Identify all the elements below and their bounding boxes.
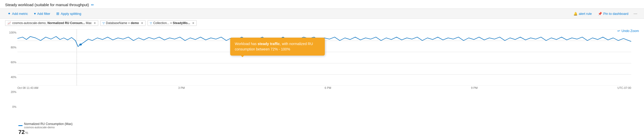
page-title: Steady workload (suitable for manual thr… — [5, 3, 89, 7]
filters-bar: 📈 cosmos-autoscale-demo, Normalized RU C… — [0, 19, 644, 27]
y-label-100: 100% — [5, 31, 16, 34]
tooltip-bubble: Workload has steady traffic, with normal… — [230, 38, 325, 56]
legend-metric-name: Normalized RU Consumption (Max) cosmos-a… — [24, 122, 72, 129]
add-metric-label: Add metric — [12, 12, 28, 16]
add-filter-icon: ▾ — [34, 12, 36, 16]
alert-rule-label: alert rule — [579, 12, 592, 16]
x-label-start: Oct 08 11:43 AM — [17, 86, 38, 89]
legend-color-swatch — [18, 125, 23, 126]
chart-area: ‹ › ↩ Undo Zoom 100% 80% 60% 40% 20% 0% … — [0, 27, 644, 121]
x-axis: Oct 08 11:43 AM 3 PM 6 PM 9 PM UTC-07:00 — [17, 86, 631, 89]
collection-filter-icon: ▽ — [150, 22, 152, 25]
tooltip-bold-text: steady traffic — [258, 42, 280, 46]
y-label-60: 60% — [5, 61, 16, 64]
pin-icon: 📌 — [598, 12, 602, 16]
x-label-6pm: 6 PM — [325, 86, 331, 89]
page-wrapper: Steady workload (suitable for manual thr… — [0, 0, 644, 137]
y-label-40: 40% — [5, 76, 16, 79]
add-metric-icon: ✦ — [8, 12, 11, 16]
x-label-9pm: 9 PM — [471, 86, 478, 89]
toolbar-right: 🔔 alert rule 📌 Pin to dashboard ··· — [571, 10, 639, 17]
x-label-3pm: 3 PM — [178, 86, 185, 89]
collection-filter-close[interactable]: ✕ — [192, 22, 194, 25]
collection-filter-chip: ▽ Collection... = SteadyWo... ✕ — [148, 20, 197, 26]
y-axis: 100% 80% 60% 40% 20% 0% — [5, 31, 16, 108]
metric-chip-icon: 📈 — [7, 22, 11, 25]
add-filter-button[interactable]: ▾ Add filter — [31, 10, 53, 17]
apply-splitting-icon: ⊞ — [56, 12, 59, 16]
undo-zoom-icon: ↩ — [617, 29, 620, 33]
pin-to-dashboard-button[interactable]: 📌 Pin to dashboard — [595, 10, 631, 17]
legend-number: 72 — [18, 129, 25, 135]
chart-reference-dot — [79, 44, 82, 46]
db-filter-close[interactable]: ✕ — [141, 22, 143, 25]
legend: Normalized RU Consumption (Max) cosmos-a… — [0, 121, 644, 137]
undo-zoom-button[interactable]: ↩ Undo Zoom — [617, 29, 639, 33]
apply-splitting-label: Apply splitting — [61, 12, 81, 16]
x-label-utc: UTC-07:00 — [617, 86, 631, 89]
title-bar: Steady workload (suitable for manual thr… — [0, 0, 644, 8]
metric-chip-text: cosmos-autoscale-demo, Normalized RU Con… — [12, 21, 92, 25]
more-options-button[interactable]: ··· — [632, 10, 639, 17]
pin-label: Pin to dashboard — [603, 12, 628, 16]
y-label-20: 20% — [5, 90, 16, 93]
metric-filter-chip: 📈 cosmos-autoscale-demo, Normalized RU C… — [5, 20, 98, 26]
add-metric-button[interactable]: ✦ Add metric — [5, 10, 30, 17]
database-filter-chip: ▽ DatabaseName = demo ✕ — [100, 20, 146, 26]
apply-splitting-button[interactable]: ⊞ Apply splitting — [54, 10, 84, 17]
y-label-0: 0% — [5, 105, 16, 108]
alert-rule-button[interactable]: 🔔 alert rule — [571, 10, 594, 17]
metric-chip-close[interactable]: ✕ — [94, 22, 96, 25]
legend-item: Normalized RU Consumption (Max) cosmos-a… — [18, 122, 639, 129]
db-filter-text: DatabaseName = demo — [106, 21, 139, 25]
undo-zoom-label: Undo Zoom — [621, 29, 639, 33]
legend-value: 72 % — [18, 129, 639, 135]
legend-source: cosmos-autoscale-demo — [24, 126, 72, 129]
legend-metric-label: Normalized RU Consumption (Max) — [24, 122, 72, 126]
tooltip-text-before: Workload has — [235, 42, 258, 46]
legend-unit: % — [25, 131, 28, 135]
db-filter-icon: ▽ — [103, 22, 105, 25]
edit-icon[interactable]: ✏ — [91, 3, 94, 7]
alert-icon: 🔔 — [573, 12, 578, 16]
y-label-80: 80% — [5, 46, 16, 49]
toolbar: ✦ Add metric ▾ Add filter ⊞ Apply splitt… — [0, 8, 644, 19]
add-filter-label: Add filter — [37, 12, 50, 16]
collection-filter-text: Collection... = SteadyWo... — [153, 21, 190, 25]
